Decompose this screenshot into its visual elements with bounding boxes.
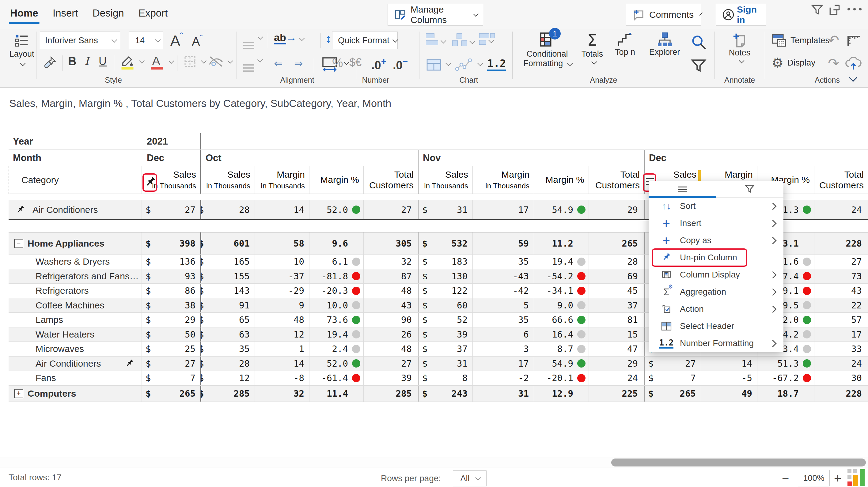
nov-margin-pct-header[interactable]: Margin %: [534, 166, 589, 194]
cell-oct-margin[interactable]: 32: [255, 386, 309, 401]
cell-dec-margin-pct[interactable]: 51.3: [757, 357, 814, 371]
row-name-cell[interactable]: Refrigerators: [8, 284, 142, 298]
menu-item-action[interactable]: Action: [649, 300, 783, 318]
nov-sales-header[interactable]: Salesin Thousands: [418, 166, 473, 194]
conditional-formatting-button[interactable]: 1 Conditional Formatting: [523, 31, 572, 68]
line-chart-icon[interactable]: [455, 57, 472, 72]
data-label-icon[interactable]: 1.2: [487, 57, 506, 71]
cell-nov-sales[interactable]: $532: [418, 232, 473, 254]
layout-button[interactable]: Layout: [8, 32, 35, 66]
month-group-nov[interactable]: Nov: [418, 150, 645, 166]
cell-nov-sales[interactable]: $60: [418, 298, 473, 313]
row-name-cell[interactable]: +Computers: [8, 386, 142, 401]
cell-oct-sales[interactable]: $28: [201, 357, 255, 371]
font-size-select[interactable]: 14: [129, 32, 163, 49]
cell-oct-margin[interactable]: 58: [255, 232, 309, 254]
cell-dec-margin-pct[interactable]: 18.7: [757, 386, 814, 401]
oct-sales-header[interactable]: Salesin Thousands: [201, 166, 255, 194]
indent-icon[interactable]: ⇒: [294, 57, 303, 69]
cell-dec-total-customers[interactable]: 73: [814, 269, 868, 284]
cell-oct-margin-pct[interactable]: 6.1: [309, 255, 364, 269]
totals-button[interactable]: Σ Totals: [578, 31, 607, 66]
sign-in-button[interactable]: Sign in: [716, 4, 766, 26]
cell-oct-sales[interactable]: $65: [201, 313, 255, 327]
cell-dec-margin[interactable]: -5: [701, 371, 757, 385]
cell-dec-pinned-sales[interactable]: $29: [142, 313, 201, 327]
cell-oct-total-customers[interactable]: 43: [364, 298, 418, 313]
cell-dec-pinned-sales[interactable]: $27: [142, 357, 201, 371]
manage-columns-button[interactable]: Manage Columns: [388, 4, 483, 26]
cell-nov-margin[interactable]: 17: [473, 200, 534, 219]
dec-total-customers-header[interactable]: TotalCustomers: [814, 166, 868, 194]
row-name-cell[interactable]: −Home Appliances: [8, 232, 142, 254]
row-name-cell[interactable]: Refrigerators and Fans…: [8, 269, 142, 284]
cell-oct-total-customers[interactable]: 27: [364, 200, 418, 219]
templates-button[interactable]: Templates: [772, 33, 830, 47]
cell-nov-margin[interactable]: 3: [473, 342, 534, 356]
table-row[interactable]: Fans$7$12-8-61.439$8-2-20.124$7-5-67.230: [8, 371, 868, 386]
tab-design[interactable]: Design: [93, 7, 124, 19]
horizontal-scrollbar[interactable]: [0, 458, 868, 467]
table-row[interactable]: Air Conditioners$27$281452.027$311754.92…: [8, 357, 868, 371]
tab-home[interactable]: Home: [10, 7, 38, 19]
cell-dec-pinned-sales[interactable]: $38: [142, 298, 201, 313]
menu-item-number-formatting[interactable]: 1.2Number Formatting: [649, 335, 783, 352]
menu-item-aggregation[interactable]: Σ⚙Aggregation: [649, 283, 783, 300]
chevron-down-icon[interactable]: [344, 59, 349, 65]
cell-nov-margin-pct[interactable]: -34.1: [534, 284, 589, 298]
menu-tab-filter[interactable]: [716, 181, 783, 197]
filter-funnel-icon[interactable]: [690, 57, 707, 74]
horizontal-align-icon[interactable]: [243, 59, 261, 67]
cell-nov-sales[interactable]: $243: [418, 386, 473, 401]
zoom-out-button[interactable]: −: [782, 472, 789, 485]
zoom-level[interactable]: 100%: [798, 470, 830, 486]
table-row[interactable]: +Computers$265$2853211.4285$2433112.9225…: [8, 386, 868, 402]
cell-oct-margin-pct[interactable]: 10.0: [309, 298, 364, 313]
month-value-pinned[interactable]: Dec: [142, 150, 201, 166]
cell-oct-margin[interactable]: -29: [255, 284, 309, 298]
increase-decimal-icon[interactable]: .0+: [371, 56, 386, 72]
cell-dec-sales[interactable]: $265: [645, 386, 701, 401]
cell-oct-total-customers[interactable]: 26: [364, 327, 418, 342]
cell-oct-sales[interactable]: $601: [201, 232, 255, 254]
cell-nov-margin-pct[interactable]: 16.4: [534, 327, 589, 342]
chevron-down-icon[interactable]: [168, 58, 174, 63]
cell-oct-margin-pct[interactable]: 52.0: [309, 357, 364, 371]
cell-dec-pinned-sales[interactable]: $86: [142, 284, 201, 298]
nov-total-customers-header[interactable]: TotalCustomers: [589, 166, 645, 194]
oct-total-customers-header[interactable]: TotalCustomers: [364, 166, 418, 194]
cell-nov-margin-pct[interactable]: 11.2: [534, 232, 589, 254]
cell-oct-margin[interactable]: 48: [255, 313, 309, 327]
tab-insert[interactable]: Insert: [53, 7, 78, 19]
outdent-icon[interactable]: ⇐: [274, 57, 283, 69]
cell-nov-sales[interactable]: $130: [418, 269, 473, 284]
cell-dec-margin[interactable]: 49: [701, 386, 757, 401]
cell-nov-total-customers[interactable]: 225: [589, 386, 645, 401]
month-group-oct[interactable]: Oct: [201, 150, 418, 166]
menu-item-copy-as[interactable]: +Copy as: [649, 232, 783, 249]
year-value[interactable]: 2021: [142, 133, 201, 150]
cell-oct-margin-pct[interactable]: 19.4: [309, 327, 364, 342]
cell-oct-total-customers[interactable]: 48: [364, 284, 418, 298]
cell-dec-total-customers[interactable]: 57: [814, 313, 868, 327]
cell-dec-sales[interactable]: $7: [645, 371, 701, 385]
chevron-down-icon[interactable]: [445, 60, 451, 66]
menu-item-un-pin-column[interactable]: Un-pin Column: [649, 249, 783, 266]
percent-format-icon[interactable]: %: [332, 56, 343, 70]
column-chart-icon[interactable]: [452, 33, 473, 47]
cell-oct-margin-pct[interactable]: -20.3: [309, 284, 364, 298]
display-button[interactable]: ⚙ Display: [772, 56, 815, 69]
currency-format-icon[interactable]: $€: [349, 56, 362, 69]
publish-icon[interactable]: [844, 56, 862, 71]
cell-dec-total-customers[interactable]: 228: [814, 386, 868, 401]
tab-export[interactable]: Export: [138, 7, 167, 19]
collapse-ribbon-icon[interactable]: [847, 76, 855, 83]
decrease-font-icon[interactable]: Aˇ: [192, 33, 203, 48]
rows-per-page-select[interactable]: All: [453, 470, 487, 486]
chevron-down-icon[interactable]: [201, 58, 207, 63]
undo-icon[interactable]: ↶: [828, 32, 839, 48]
expand-icon[interactable]: +: [14, 389, 23, 398]
cell-nov-margin-pct[interactable]: -54.2: [534, 269, 589, 284]
cell-nov-margin[interactable]: 17: [473, 357, 534, 371]
italic-button[interactable]: I: [85, 55, 89, 67]
